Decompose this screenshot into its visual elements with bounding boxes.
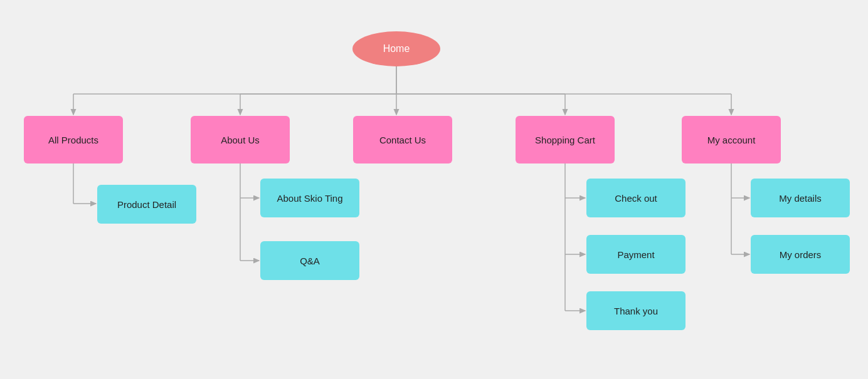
my-account-label: My account (707, 135, 756, 145)
my-details-node[interactable]: My details (751, 179, 850, 217)
my-orders-label: My orders (780, 249, 822, 260)
payment-node[interactable]: Payment (586, 235, 685, 274)
home-label: Home (383, 43, 410, 55)
shopping-cart-node[interactable]: Shopping Cart (516, 116, 615, 164)
shopping-cart-label: Shopping Cart (535, 135, 595, 145)
sitemap-diagram: Home All Products About Us Contact Us Sh… (0, 0, 868, 379)
my-orders-node[interactable]: My orders (751, 235, 850, 274)
payment-label: Payment (617, 249, 654, 260)
my-account-node[interactable]: My account (682, 116, 781, 164)
check-out-node[interactable]: Check out (586, 179, 685, 217)
check-out-label: Check out (615, 193, 657, 204)
qanda-node[interactable]: Q&A (260, 241, 359, 280)
about-us-node[interactable]: About Us (191, 116, 290, 164)
thank-you-node[interactable]: Thank you (586, 291, 685, 330)
all-products-label: All Products (48, 135, 98, 145)
about-skio-ting-label: About Skio Ting (277, 193, 342, 204)
about-skio-ting-node[interactable]: About Skio Ting (260, 179, 359, 217)
contact-us-label: Contact Us (379, 135, 426, 145)
contact-us-node[interactable]: Contact Us (353, 116, 452, 164)
product-detail-label: Product Detail (117, 199, 176, 210)
about-us-label: About Us (221, 135, 260, 145)
my-details-label: My details (779, 193, 822, 204)
qanda-label: Q&A (300, 256, 320, 266)
home-node[interactable]: Home (352, 31, 440, 66)
all-products-node[interactable]: All Products (24, 116, 123, 164)
thank-you-label: Thank you (614, 306, 658, 316)
product-detail-node[interactable]: Product Detail (97, 185, 196, 224)
